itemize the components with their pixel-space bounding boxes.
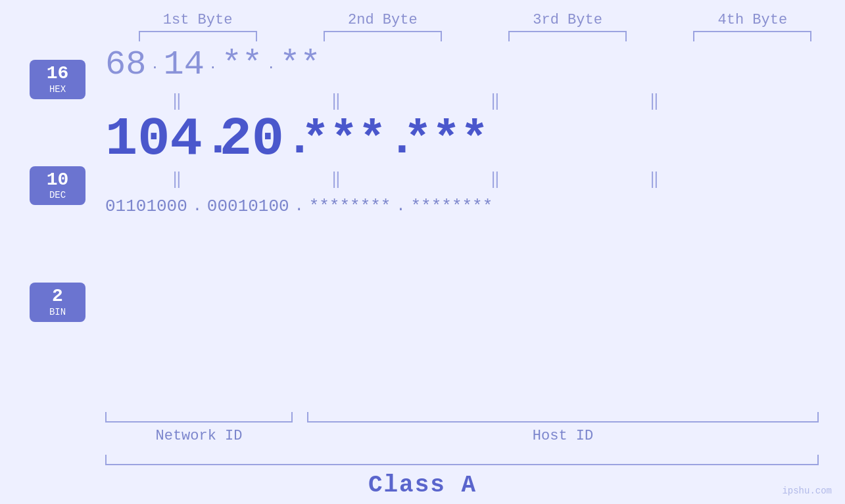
dec-badge: 10 DEC bbox=[30, 166, 85, 206]
bin-num: 2 bbox=[37, 286, 78, 307]
rows-wrapper: 16 HEX 10 DEC 2 BIN bbox=[0, 41, 845, 407]
hex-b4: ** bbox=[279, 48, 320, 82]
host-id-label: Host ID bbox=[307, 428, 819, 444]
hex-label: HEX bbox=[37, 84, 78, 95]
dec-row: 104 . 20 . *** . *** bbox=[105, 113, 845, 167]
class-label: Class A bbox=[368, 472, 477, 499]
eq2-b4: ‖ bbox=[583, 170, 727, 189]
dec-b1: 104 bbox=[105, 113, 203, 167]
eq1-b4: ‖ bbox=[583, 91, 727, 110]
dec-dot3: . bbox=[388, 116, 402, 164]
equals-row-1: ‖ ‖ ‖ ‖ bbox=[105, 91, 845, 110]
network-bracket bbox=[105, 412, 293, 423]
dec-dot1: . bbox=[204, 116, 218, 164]
dec-b2: 20 bbox=[220, 113, 284, 167]
hex-dot2: . bbox=[206, 58, 220, 72]
top-bracket-row bbox=[0, 31, 845, 41]
watermark: ipshu.com bbox=[782, 486, 832, 496]
bin-row: 01101000 . 00010100 . ******** . *******… bbox=[105, 191, 845, 221]
bin-b1: 01101000 bbox=[105, 198, 187, 215]
main-container: 1st Byte 2nd Byte 3rd Byte 4th Byte 16 H… bbox=[0, 0, 845, 504]
dec-dot2: . bbox=[285, 116, 300, 164]
bracket-byte4 bbox=[693, 31, 811, 41]
bracket-byte2 bbox=[324, 31, 442, 41]
values-area: 68 . 14 . ** . ** ‖ ‖ ‖ ‖ 104 . bbox=[105, 41, 845, 407]
eq2-b1: ‖ bbox=[105, 170, 250, 189]
eq1-b3: ‖ bbox=[423, 91, 568, 110]
bottom-labels: Network ID Host ID bbox=[105, 428, 819, 444]
dec-b4: *** bbox=[404, 116, 489, 164]
hex-b3: ** bbox=[222, 48, 262, 82]
hex-badge: 16 HEX bbox=[30, 60, 85, 99]
eq1-b1: ‖ bbox=[105, 91, 250, 110]
host-bracket bbox=[307, 412, 819, 423]
bin-b3: ******** bbox=[309, 198, 391, 215]
equals-row-2: ‖ ‖ ‖ ‖ bbox=[105, 170, 845, 189]
eq1-b2: ‖ bbox=[264, 91, 409, 110]
class-row: Class A bbox=[0, 472, 845, 504]
bin-dot2: . bbox=[292, 198, 306, 214]
dec-b3: *** bbox=[301, 116, 387, 164]
bin-dot3: . bbox=[393, 198, 408, 214]
byte-headers: 1st Byte 2nd Byte 3rd Byte 4th Byte bbox=[0, 0, 845, 28]
network-id-label: Network ID bbox=[105, 428, 293, 444]
bracket-byte3 bbox=[508, 31, 627, 41]
bin-label: BIN bbox=[37, 307, 78, 318]
hex-num: 16 bbox=[37, 64, 78, 84]
byte3-header: 3rd Byte bbox=[495, 12, 640, 28]
bin-badge: 2 BIN bbox=[30, 283, 85, 322]
full-bracket bbox=[105, 455, 819, 465]
bin-dot1: . bbox=[190, 198, 205, 214]
dec-label: DEC bbox=[37, 190, 78, 201]
bottom-section: Network ID Host ID bbox=[0, 412, 845, 444]
hex-dot3: . bbox=[264, 58, 278, 72]
byte4-header: 4th Byte bbox=[680, 12, 825, 28]
byte1-header: 1st Byte bbox=[126, 12, 270, 28]
full-bracket-row bbox=[0, 455, 845, 465]
hex-row: 68 . 14 . ** . ** bbox=[105, 41, 845, 89]
bin-b4: ******** bbox=[410, 198, 493, 215]
hex-b2: 14 bbox=[163, 48, 204, 82]
byte2-header: 2nd Byte bbox=[310, 12, 455, 28]
label-column: 16 HEX 10 DEC 2 BIN bbox=[0, 41, 105, 407]
bracket-byte1 bbox=[139, 31, 257, 41]
eq2-b2: ‖ bbox=[264, 170, 409, 189]
hex-b1: 68 bbox=[105, 48, 146, 82]
hex-dot1: . bbox=[147, 58, 162, 72]
eq2-b3: ‖ bbox=[423, 170, 568, 189]
bin-b2: 00010100 bbox=[207, 198, 289, 215]
bottom-brackets bbox=[105, 412, 819, 423]
dec-num: 10 bbox=[37, 170, 78, 191]
